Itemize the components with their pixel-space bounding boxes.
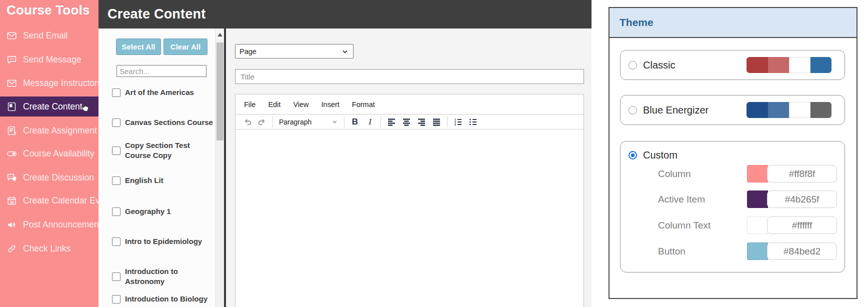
course-checkbox[interactable] [112, 295, 120, 304]
swatch-segment [810, 57, 832, 73]
menu-format[interactable]: Format [352, 100, 375, 108]
course-label: Geography 1 [125, 206, 213, 216]
undo-button[interactable] [240, 116, 254, 128]
course-checkbox[interactable] [112, 118, 120, 127]
menu-view[interactable]: View [293, 100, 308, 108]
sidebar-item-message-instructors[interactable]: Message Instructors [0, 73, 98, 93]
sidebar-item-post-announcements[interactable]: Post Announcements [0, 214, 98, 234]
button-color-input[interactable]: #84bed2 [767, 242, 837, 260]
justify-button[interactable] [429, 116, 444, 128]
assignment-icon [6, 125, 18, 136]
course-label: Introduction to Astronomy [125, 266, 213, 287]
envelope-icon [6, 78, 18, 88]
clear-all-button[interactable]: Clear All [164, 38, 208, 55]
align-right-button[interactable] [414, 116, 429, 128]
page-header: Create Content [98, 0, 592, 28]
paragraph-style-select[interactable]: Paragraph [276, 116, 341, 128]
button-color-swatch[interactable] [747, 242, 768, 260]
course-row: Copy Section Test Course Copy [112, 140, 215, 161]
theme-option-custom: Custom Column #ff8f8f Active Item #4b265… [620, 141, 845, 272]
column-color-swatch[interactable] [747, 165, 768, 182]
italic-button[interactable]: I [362, 116, 378, 128]
select-all-button[interactable]: Select All [116, 38, 161, 55]
course-label: Copy Section Test Course Copy [125, 140, 213, 161]
active-item-color-input[interactable]: #4b265f [767, 190, 837, 208]
editor-menubar: FileEditViewInsertFormat [236, 94, 584, 114]
course-checkbox[interactable] [112, 88, 120, 97]
column-text-color-swatch[interactable] [747, 216, 768, 234]
justify-icon [432, 118, 441, 126]
align-left-button[interactable] [384, 116, 399, 128]
redo-button[interactable] [254, 116, 270, 128]
sidebar-item-create-assignment[interactable]: Create Assignment [0, 120, 98, 140]
bold-button[interactable]: B [348, 116, 362, 128]
swatch-segment [789, 102, 810, 118]
sidebar-item-check-links[interactable]: Check Links [0, 238, 98, 258]
course-checkbox[interactable] [112, 176, 120, 185]
course-row: Canvas Sections Course [112, 118, 215, 128]
course-label: English Lit [125, 176, 213, 186]
discussion-icon [6, 172, 18, 183]
toolbar-separator [447, 116, 448, 128]
sidebar: Course Tools Send EmailSend MessageMessa… [0, 0, 98, 307]
course-label: Canvas Sections Course [125, 118, 213, 128]
custom-label: Custom [643, 150, 678, 161]
megaphone-icon [6, 219, 18, 230]
ordered-list-icon: 123 [454, 118, 462, 126]
sidebar-item-send-email[interactable]: Send Email [0, 26, 98, 46]
course-checkbox[interactable] [112, 208, 120, 216]
active-item-color-swatch[interactable] [747, 190, 768, 208]
custom-option-header: Custom [628, 150, 678, 161]
theme-option-classic: Classic [620, 50, 845, 80]
bold-icon: B [352, 117, 358, 127]
unordered-list-button[interactable] [466, 116, 480, 128]
sidebar-item-course-availability[interactable]: Course Availability [0, 144, 98, 164]
swatch-segment [746, 102, 768, 118]
course-label: Art of the Americas [125, 88, 213, 98]
active-item-field-label: Active Item [658, 194, 705, 205]
sidebar-item-create-calendar-event[interactable]: 10Create Calendar Event [0, 190, 98, 210]
rich-text-editor: FileEditViewInsertFormat Paragraph B I [235, 94, 584, 307]
scrollbar-up-button[interactable] [216, 30, 224, 39]
chevron-down-icon [332, 118, 338, 125]
title-input[interactable] [235, 69, 584, 84]
toolbar-separator [380, 116, 381, 128]
ordered-list-button[interactable]: 123 [450, 116, 466, 128]
custom-field-column-text: Column Text #ffffff [620, 216, 844, 234]
align-center-icon [402, 118, 411, 126]
sidebar-title: Course Tools [6, 2, 90, 18]
align-left-icon [387, 118, 396, 126]
course-label: Intro to Epidemiology [125, 236, 213, 246]
app-root: Course Tools Send EmailSend MessageMessa… [0, 0, 868, 307]
content-type-select[interactable]: Page [235, 44, 354, 58]
course-checkbox[interactable] [112, 272, 120, 281]
menu-insert[interactable]: Insert [322, 100, 340, 108]
swatch-segment [768, 57, 790, 73]
scrollbar-thumb[interactable] [216, 42, 224, 140]
course-row: English Lit [112, 176, 215, 186]
menu-file[interactable]: File [244, 100, 256, 108]
swatch-segment [810, 102, 832, 118]
envelope-icon [6, 30, 18, 41]
align-center-button[interactable] [399, 116, 414, 128]
swatch-segment [768, 102, 790, 118]
classic-radio[interactable] [628, 61, 637, 70]
editor-content-area[interactable] [236, 130, 584, 307]
menu-edit[interactable]: Edit [268, 100, 280, 108]
custom-radio[interactable] [628, 151, 637, 160]
course-search-input[interactable] [116, 65, 206, 77]
course-list-scrollbar [215, 28, 224, 307]
paragraph-style-value: Paragraph [276, 118, 332, 126]
sidebar-item-create-discussion[interactable]: Create Discussion [0, 168, 98, 188]
column-text-color-input[interactable]: #ffffff [767, 216, 837, 234]
mouse-pointer-icon [79, 101, 90, 114]
sidebar-item-send-message[interactable]: Send Message [0, 50, 98, 70]
blue-energizer-radio[interactable] [628, 106, 637, 114]
redo-icon [258, 117, 267, 126]
svg-text:3: 3 [454, 123, 456, 126]
column-field-label: Column [658, 168, 690, 180]
course-checkbox[interactable] [112, 238, 120, 246]
course-checkbox[interactable] [112, 146, 120, 155]
column-color-input[interactable]: #ff8f8f [767, 165, 837, 182]
unordered-list-icon [468, 118, 478, 126]
